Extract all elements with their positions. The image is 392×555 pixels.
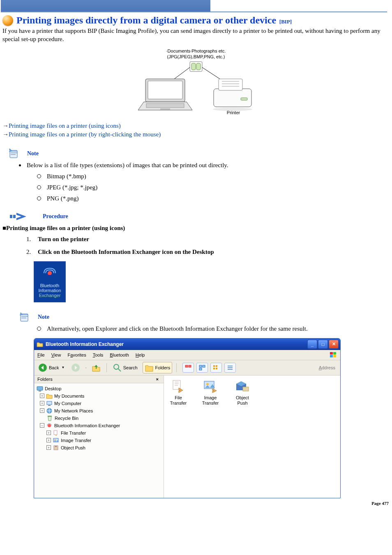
svg-rect-36	[199, 368, 202, 370]
folders-button[interactable]: Folders	[143, 362, 173, 373]
computer-icon	[46, 400, 53, 407]
svg-rect-55	[55, 446, 57, 447]
tree-mynet[interactable]: + My Network Places	[37, 407, 161, 415]
step-1-text: Turn on the printer	[38, 236, 89, 243]
note-icon	[19, 312, 30, 322]
menu-favorites[interactable]: Favorites	[67, 352, 86, 357]
menu-bar: File View Favorites Tools Bluetooth Help	[34, 350, 340, 360]
svg-rect-40	[216, 368, 217, 369]
menu-tools[interactable]: Tools	[93, 352, 104, 357]
search-label: Search	[123, 365, 138, 370]
collapse-icon[interactable]: −	[40, 423, 44, 428]
object-push-icon	[235, 380, 250, 394]
expand-icon[interactable]: +	[46, 431, 51, 435]
link-print-rightclick[interactable]: Printing image files on a printer (by ri…	[9, 131, 161, 138]
note-label: Note	[38, 314, 49, 320]
view-list-button[interactable]	[224, 363, 236, 373]
tree-mycomp[interactable]: + My Computer	[37, 400, 161, 407]
content-item-file-transfer[interactable]: File Transfer	[167, 380, 189, 406]
diagram-caption-1: ·Documents·Photographs etc.	[166, 48, 226, 53]
menu-view[interactable]: View	[51, 352, 61, 357]
close-button[interactable]: ✕	[329, 340, 339, 349]
tree-mydocs-label: My Documents	[54, 392, 84, 400]
content-it-label2: Transfer	[202, 401, 219, 405]
tree-ft[interactable]: + File Transfer	[37, 429, 161, 437]
content-item-image-transfer[interactable]: ImageTransfer	[199, 380, 221, 406]
maximize-button[interactable]: □	[318, 340, 328, 349]
menu-bluetooth[interactable]: Bluetooth	[110, 352, 129, 357]
page-number: Page 477	[0, 501, 389, 506]
expand-icon[interactable]: +	[40, 408, 44, 413]
menu-file[interactable]: File	[37, 352, 45, 357]
file-transfer-icon	[53, 430, 59, 436]
tree-it-label: Image Transfer	[61, 437, 91, 444]
view-tiles-button[interactable]	[196, 363, 208, 373]
bt-icon-line3: Exchanger	[39, 293, 61, 298]
view-icons-button[interactable]	[210, 363, 222, 373]
svg-point-21	[48, 271, 52, 275]
arrow-icon: →	[2, 122, 9, 129]
svg-rect-38	[216, 365, 217, 367]
forward-arrow-icon	[71, 363, 80, 372]
link-print-icons[interactable]: Printing image files on a printer (using…	[9, 122, 121, 129]
tree-mydocs[interactable]: + My Documents	[37, 392, 161, 400]
bt-icon-line2: Information	[38, 288, 61, 293]
recycle-bin-icon	[46, 415, 53, 421]
back-button[interactable]: Back ▼	[37, 362, 66, 373]
folders-pane: Folders × Desktop + My Documents + My Co…	[34, 375, 164, 498]
window-titlebar[interactable]: Bluetooth Information Exchanger _ □ ✕	[34, 339, 340, 350]
svg-rect-46	[47, 401, 52, 405]
links-block: →Printing image files on a printer (usin…	[2, 122, 392, 139]
menu-help[interactable]: Help	[136, 352, 145, 357]
tree-desktop[interactable]: Desktop	[37, 385, 161, 392]
content-ft-label: File Transfer	[167, 395, 189, 406]
diagram-printer-label: Printer	[227, 110, 240, 115]
bluetooth-exchanger-desktop-icon[interactable]: Bluetooth Information Exchanger	[34, 261, 66, 302]
minimize-button[interactable]: _	[307, 340, 317, 349]
title-row: Printing images directly from a digital …	[14, 15, 392, 26]
expand-icon[interactable]: +	[40, 394, 44, 398]
folders-pane-close[interactable]: ×	[154, 377, 160, 382]
folder-up-icon	[92, 363, 101, 372]
circle-bullet-icon	[37, 327, 41, 331]
tree-desktop-label: Desktop	[45, 385, 61, 392]
back-label: Back	[49, 365, 59, 370]
tree-op[interactable]: + Object Push	[37, 444, 161, 451]
expand-icon[interactable]: +	[40, 401, 44, 405]
image-transfer-icon	[53, 437, 59, 444]
expand-icon[interactable]: +	[46, 438, 51, 442]
bip-tag: [BIP]	[279, 18, 292, 25]
svg-rect-9	[160, 108, 170, 110]
svg-rect-27	[333, 355, 336, 357]
circle-bullet-icon	[37, 185, 41, 189]
content-pane[interactable]: File Transfer ImageTransfer Object Push	[164, 375, 340, 498]
forward-button[interactable]	[69, 362, 82, 373]
view-thumbnails-button[interactable]	[182, 363, 194, 373]
address-label[interactable]: Address	[319, 365, 338, 370]
folders-header-label: Folders	[37, 377, 53, 382]
note2-list: Alternatively, open Explorer and click o…	[37, 325, 392, 332]
tree-recycle[interactable]: Recycle Bin	[37, 415, 161, 422]
note-row-2: Note	[19, 312, 392, 322]
circle-bullet-icon	[37, 196, 41, 200]
chevron-down-icon: ▼	[61, 366, 65, 369]
toolbar-separator	[106, 363, 107, 372]
tree-it[interactable]: + Image Transfer	[37, 437, 161, 444]
search-icon	[113, 363, 122, 372]
windows-flag-icon	[330, 352, 337, 358]
up-button[interactable]	[90, 362, 102, 373]
arrow-icon: →	[2, 131, 9, 138]
content-item-object-push[interactable]: Object Push	[231, 380, 254, 406]
section-subtitle: ■Printing image files on a printer (usin…	[2, 224, 392, 232]
svg-rect-35	[203, 365, 205, 367]
search-button[interactable]: Search	[111, 362, 139, 373]
diagram-laptop-printer: ·Documents·Photographs etc. (JPG(JPEG),B…	[132, 47, 260, 117]
toolbar: Back ▼ - Search Folders Address	[34, 360, 340, 375]
folders-pane-header: Folders ×	[34, 375, 164, 383]
svg-rect-19	[13, 215, 16, 218]
svg-rect-49	[48, 416, 52, 417]
tree-bie[interactable]: − Bluetooth Information Exchanger	[37, 422, 161, 429]
expand-icon[interactable]: +	[46, 445, 51, 450]
note2-text: Alternatively, open Explorer and click o…	[47, 325, 308, 332]
svg-rect-45	[39, 391, 41, 391]
